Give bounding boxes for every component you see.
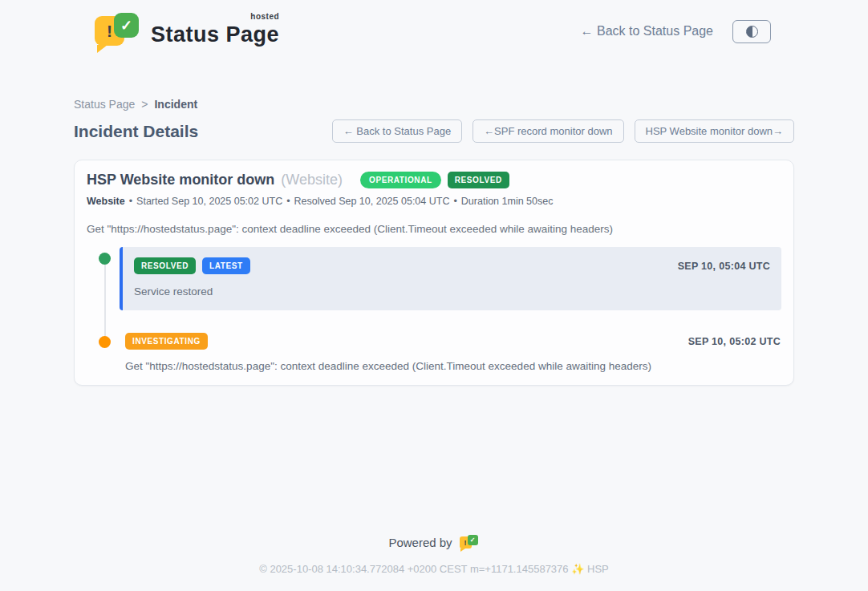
- logo-check-icon: ✓: [114, 13, 139, 38]
- incident-nav-buttons: ← Back to Status Page ←SPF record monito…: [332, 119, 794, 143]
- title-row: Incident Details ← Back to Status Page ←…: [74, 119, 794, 143]
- breadcrumb-status-page[interactable]: Status Page: [74, 98, 135, 111]
- timeline-entry-badges: RESOLVED LATEST: [134, 257, 250, 274]
- footer-logo-check-glyph: ✓: [470, 536, 476, 544]
- sparkles-icon: ✨: [571, 563, 584, 575]
- timeline-dot-orange-icon: [99, 336, 111, 348]
- meta-component: Website: [87, 196, 125, 207]
- brand-wordmark: Status Page hosted: [151, 16, 279, 47]
- breadcrumb: Status Page > Incident: [74, 98, 794, 111]
- incident-scope: (Website): [281, 172, 343, 188]
- footer: Powered by ! ✓ © 2025-10-08 14:10:34.772…: [74, 534, 794, 575]
- meta-separator: •: [453, 196, 456, 207]
- copyright-suffix: HSP: [587, 563, 609, 575]
- timeline-entry-timestamp: SEP 10, 05:02 UTC: [688, 336, 781, 347]
- brand-superscript: hosted: [250, 12, 279, 21]
- timeline-entry-header: INVESTIGATING SEP 10, 05:02 UTC: [125, 333, 781, 350]
- timeline-highlight-block: RESOLVED LATEST SEP 10, 05:04 UTC Servic…: [120, 247, 781, 310]
- header-right: ← Back to Status Page: [581, 20, 771, 43]
- incident-card: HSP Website monitor down (Website) OPERA…: [74, 160, 794, 386]
- theme-toggle-icon: [746, 26, 758, 38]
- brand-logo-icon: ! ✓: [95, 13, 141, 50]
- footer-logo-exclamation-glyph: !: [464, 539, 467, 547]
- operational-badge: OPERATIONAL: [360, 172, 441, 188]
- meta-resolved: Resolved Sep 10, 2025 05:04 UTC: [294, 196, 450, 207]
- powered-by: Powered by ! ✓: [74, 534, 794, 551]
- timeline-dot-green-icon: [99, 253, 111, 265]
- timeline-entry-investigating: INVESTIGATING SEP 10, 05:02 UTC Get "htt…: [87, 333, 781, 372]
- logo-exclamation-glyph: !: [107, 22, 112, 41]
- resolved-status-badge: RESOLVED: [448, 172, 509, 188]
- page-title: Incident Details: [74, 122, 198, 141]
- incident-timeline: RESOLVED LATEST SEP 10, 05:04 UTC Servic…: [87, 247, 781, 372]
- timeline-entry-timestamp: SEP 10, 05:04 UTC: [678, 261, 770, 272]
- incident-title-row: HSP Website monitor down (Website) OPERA…: [87, 172, 781, 188]
- footer-logo-check-icon: ✓: [468, 535, 478, 545]
- incident-meta: Website • Started Sep 10, 2025 05:02 UTC…: [87, 196, 781, 207]
- incident-description: Get "https://hostedstatus.page": context…: [87, 223, 781, 235]
- meta-duration: Duration 1min 50sec: [461, 196, 554, 207]
- header-back-link[interactable]: ← Back to Status Page: [581, 24, 713, 38]
- theme-toggle-button[interactable]: [732, 20, 771, 43]
- brand-name: Status Page: [151, 22, 279, 47]
- next-incident-button[interactable]: HSP Website monitor down→: [635, 119, 794, 143]
- footer-brand-logo-icon[interactable]: ! ✓: [460, 534, 480, 551]
- back-to-status-page-button[interactable]: ← Back to Status Page: [332, 119, 462, 143]
- timeline-entry-message: Service restored: [134, 285, 770, 298]
- meta-started: Started Sep 10, 2025 05:02 UTC: [136, 196, 282, 207]
- copyright-line: © 2025-10-08 14:10:34.772084 +0200 CEST …: [74, 563, 794, 575]
- investigating-badge: INVESTIGATING: [125, 333, 208, 350]
- timeline-entry-message: Get "https://hostedstatus.page": context…: [125, 360, 781, 372]
- main-content: Status Page > Incident Incident Details …: [74, 98, 794, 575]
- copyright-text: © 2025-10-08 14:10:34.772084 +0200 CEST …: [259, 563, 568, 575]
- powered-by-label: Powered by: [388, 536, 452, 549]
- meta-separator: •: [129, 196, 132, 207]
- meta-separator: •: [286, 196, 290, 207]
- breadcrumb-incident: Incident: [154, 98, 197, 111]
- header: ! ✓ Status Page hosted ← Back to Status …: [0, 0, 868, 51]
- logo-check-glyph: ✓: [120, 17, 132, 34]
- breadcrumb-separator: >: [141, 98, 148, 111]
- incident-title: HSP Website monitor down: [87, 172, 274, 188]
- timeline-entry-header: RESOLVED LATEST SEP 10, 05:04 UTC: [134, 257, 770, 274]
- prev-incident-button[interactable]: ←SPF record monitor down: [473, 119, 623, 143]
- timeline-plain-block: INVESTIGATING SEP 10, 05:02 UTC Get "htt…: [120, 333, 781, 372]
- resolved-badge: RESOLVED: [134, 257, 196, 274]
- latest-badge: LATEST: [202, 257, 250, 274]
- timeline-entry-latest: RESOLVED LATEST SEP 10, 05:04 UTC Servic…: [87, 247, 781, 310]
- brand[interactable]: ! ✓ Status Page hosted: [95, 13, 279, 50]
- timeline-entry-badges: INVESTIGATING: [125, 333, 208, 350]
